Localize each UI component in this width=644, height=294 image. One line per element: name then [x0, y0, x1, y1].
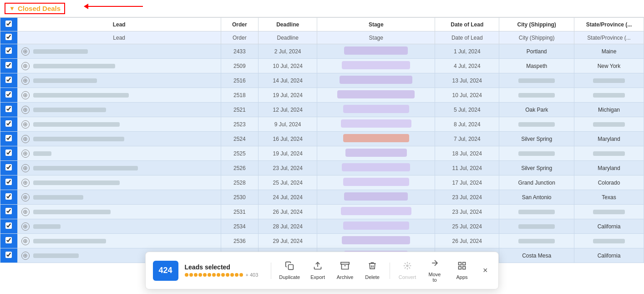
move-to-button[interactable]: Move to: [421, 257, 448, 284]
row-checkbox[interactable]: [5, 150, 12, 156]
add-to-lead-icon[interactable]: ⊕: [21, 237, 30, 245]
table-row: ⊕251819 Jul, 202410 Jul, 2024: [0, 88, 644, 103]
row-checkbox[interactable]: [5, 120, 12, 127]
row-checkbox[interactable]: [5, 77, 12, 83]
order-cell: 2528: [221, 175, 258, 190]
stage-cell: [317, 219, 435, 234]
row-checkbox[interactable]: [5, 252, 12, 258]
city-cell: [499, 205, 574, 219]
date-lead-cell: 11 Jul, 2024: [435, 161, 499, 175]
dot-8: [217, 273, 220, 277]
row-checkbox-cell[interactable]: [0, 132, 18, 146]
row-checkbox-cell[interactable]: [0, 190, 18, 205]
archive-button[interactable]: Archive: [331, 259, 359, 282]
add-to-lead-icon[interactable]: ⊕: [21, 47, 30, 56]
lead-name-blurred: [33, 78, 97, 83]
select-all-checkbox-header[interactable]: [0, 18, 18, 31]
table-wrapper: Lead Order Deadline Stage Date of Lead C…: [0, 17, 644, 292]
dot-13: [239, 273, 243, 277]
row-checkbox[interactable]: [5, 237, 12, 243]
add-to-lead-icon[interactable]: ⊕: [21, 62, 30, 70]
lead-name-blurred: [33, 122, 120, 127]
lead-name-blurred: [33, 137, 124, 141]
row-checkbox-cell[interactable]: [0, 175, 18, 190]
stage-cell: [317, 205, 435, 219]
row-checkbox[interactable]: [5, 164, 12, 170]
arrow-indicator: [84, 4, 143, 9]
action-bar: 424 Leads selected + 403 Duplicate: [145, 252, 499, 289]
add-to-lead-icon[interactable]: ⊕: [21, 193, 30, 201]
table-body: ⊕24332 Jul, 20241 Jul, 2024PortlandMaine…: [0, 44, 644, 263]
add-to-lead-icon[interactable]: ⊕: [21, 120, 30, 129]
row-checkbox-cell[interactable]: [0, 234, 18, 248]
lead-name-cell: ⊕: [17, 234, 221, 248]
dots-row: + 403: [185, 272, 259, 278]
deadline-cell: 2 Jul, 2024: [259, 44, 317, 59]
order-cell: 2534: [221, 219, 258, 234]
lead-name-cell: ⊕: [17, 117, 221, 132]
row-checkbox[interactable]: [5, 91, 12, 98]
apps-button[interactable]: Apps: [448, 259, 476, 282]
row-checkbox[interactable]: [5, 222, 12, 229]
export-button[interactable]: Export: [304, 259, 331, 282]
add-to-lead-icon[interactable]: ⊕: [21, 150, 30, 158]
add-to-lead-icon[interactable]: ⊕: [21, 106, 30, 114]
lead-name-blurred: [33, 210, 111, 214]
deadline-cell: 19 Jul, 2024: [259, 146, 317, 161]
order-cell: 2526: [221, 161, 258, 175]
row-checkbox-cell[interactable]: [0, 248, 18, 263]
delete-icon: [368, 261, 377, 273]
deadline-cell: 12 Jul, 2024: [259, 103, 317, 117]
add-to-lead-icon[interactable]: ⊕: [21, 91, 30, 99]
duplicate-button[interactable]: Duplicate: [275, 259, 304, 282]
add-to-lead-icon[interactable]: ⊕: [21, 135, 30, 143]
sub-select-all[interactable]: [5, 34, 12, 40]
row-checkbox-cell[interactable]: [0, 88, 18, 103]
close-action-bar-button[interactable]: ×: [479, 264, 492, 277]
row-checkbox[interactable]: [5, 62, 12, 68]
move-to-icon: [430, 258, 439, 270]
table-row: ⊕252416 Jul, 20247 Jul, 2024Silver Sprin…: [0, 132, 644, 146]
dot-4: [198, 273, 202, 277]
row-checkbox-cell[interactable]: [0, 146, 18, 161]
delete-button[interactable]: Delete: [359, 259, 386, 282]
row-checkbox-cell[interactable]: [0, 103, 18, 117]
row-checkbox-cell[interactable]: [0, 73, 18, 88]
add-to-lead-icon[interactable]: ⊕: [21, 208, 30, 216]
dot-5: [203, 273, 207, 277]
row-checkbox-cell[interactable]: [0, 59, 18, 73]
row-checkbox-cell[interactable]: [0, 205, 18, 219]
add-to-lead-icon[interactable]: ⊕: [21, 179, 30, 187]
row-checkbox[interactable]: [5, 47, 12, 54]
archive-icon: [340, 261, 350, 273]
select-all-input[interactable]: [5, 21, 12, 27]
row-checkbox[interactable]: [5, 193, 12, 200]
lead-name-cell: ⊕: [17, 88, 221, 103]
row-checkbox-cell[interactable]: [0, 219, 18, 234]
add-to-lead-icon[interactable]: ⊕: [21, 222, 30, 231]
stage-cell: [317, 161, 435, 175]
lead-name-blurred: [33, 108, 106, 112]
lead-name-cell: ⊕: [17, 205, 221, 219]
row-checkbox-cell[interactable]: [0, 161, 18, 175]
add-to-lead-icon[interactable]: ⊕: [21, 77, 30, 85]
col-city-sub: City (Shipping): [499, 31, 574, 44]
add-to-lead-icon[interactable]: ⊕: [21, 164, 30, 172]
stage-cell: [317, 146, 435, 161]
row-checkbox-cell[interactable]: [0, 117, 18, 132]
row-checkbox[interactable]: [5, 179, 12, 185]
row-checkbox[interactable]: [5, 106, 12, 112]
lead-name-cell: ⊕: [17, 59, 221, 73]
stage-cell: [317, 73, 435, 88]
dot-7: [212, 273, 216, 277]
deadline-cell: 28 Jul, 2024: [259, 219, 317, 234]
row-checkbox[interactable]: [5, 208, 12, 214]
sub-check-th[interactable]: [0, 31, 18, 44]
convert-button[interactable]: Convert: [394, 259, 421, 282]
city-cell: Portland: [499, 44, 574, 59]
row-checkbox[interactable]: [5, 135, 12, 141]
date-lead-cell: 17 Jul, 2024: [435, 175, 499, 190]
add-to-lead-icon[interactable]: ⊕: [21, 252, 30, 260]
date-lead-cell: 25 Jul, 2024: [435, 219, 499, 234]
row-checkbox-cell[interactable]: [0, 44, 18, 59]
